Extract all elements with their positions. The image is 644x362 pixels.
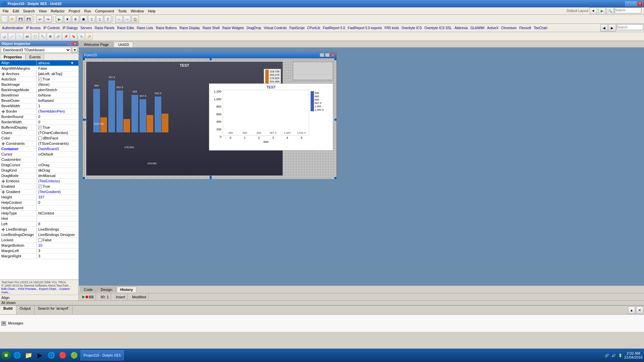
comp-tab-raizebuttons[interactable]: Raize Buttons xyxy=(155,26,178,30)
comp-tab-fastreport50exports[interactable]: FastReport 5.0 exports xyxy=(346,26,383,30)
close-button[interactable]: ✕ xyxy=(637,1,643,6)
prop-row-dragcursor[interactable]: DragCursor crDrag xyxy=(0,163,78,168)
tab-welcome-page[interactable]: Welcome Page xyxy=(79,42,113,47)
comp-tab-ipaccess[interactable]: IP Access xyxy=(24,26,42,30)
save-all-btn[interactable]: 💾 xyxy=(25,15,32,23)
prop-row-marginbottom[interactable]: MarginBottom 10 xyxy=(0,243,78,248)
out-tab-search[interactable]: Search for 'arrayof' xyxy=(35,306,72,314)
taskbar-active-app[interactable]: Project10 - Delphi XE5 xyxy=(80,350,124,360)
prop-row-helptype[interactable]: HelpType htContext xyxy=(0,211,78,216)
comp-tab-raizeedits[interactable]: Raize Edits xyxy=(116,26,136,30)
comp-tab-flexsoft[interactable]: Flexsoft xyxy=(518,26,532,30)
comp-tab-virtualcontrols[interactable]: Virtual Controls xyxy=(263,26,288,30)
prop-row-buffereddisplay[interactable]: BufferedDisplay ✓ True xyxy=(0,125,78,130)
handle-tm[interactable] xyxy=(210,58,212,60)
prop-row-dragmode[interactable]: DragMode dmManual xyxy=(0,173,78,179)
comp-prev-btn[interactable]: ◀ xyxy=(600,24,608,32)
comp-icon-5[interactable]: 📋 xyxy=(31,33,39,40)
constraints-expand[interactable]: ➕ xyxy=(1,142,5,145)
menu-run[interactable]: Run xyxy=(82,8,93,14)
menu-window[interactable]: Window xyxy=(129,8,146,14)
comp-icon-7[interactable]: ⚙ xyxy=(47,33,54,40)
prop-row-bevelinner[interactable]: BevelInner bvNone xyxy=(0,93,78,98)
anchors-expand[interactable]: ➕ xyxy=(1,72,5,76)
sel-handle-left[interactable] xyxy=(84,119,86,121)
prop-value-align[interactable]: ▼ xyxy=(37,60,78,66)
tab-design[interactable]: Design xyxy=(97,287,116,292)
comp-icon-10[interactable]: 🔖 xyxy=(70,33,77,40)
stop-btn[interactable]: ⏹ xyxy=(80,15,87,23)
tab-events[interactable]: Events xyxy=(25,54,44,60)
menu-refactor[interactable]: Refactor xyxy=(49,8,67,14)
taskbar-app1-icon[interactable]: 🔴 xyxy=(58,350,68,360)
comp-icon-2[interactable]: 📈 xyxy=(8,33,15,40)
menu-file[interactable]: File xyxy=(1,8,11,14)
tab-history[interactable]: History xyxy=(117,287,137,292)
prop-row-gradient[interactable]: ➕ Gradient (TeeGradient) xyxy=(0,189,78,195)
home-btn[interactable]: 🏠 xyxy=(131,15,139,23)
prop-row-helpkeyword[interactable]: HelpKeyword xyxy=(0,205,78,211)
prop-row-alignwithmargins[interactable]: AlignWithMargins False xyxy=(0,66,78,71)
menu-component[interactable]: Component xyxy=(93,8,116,14)
inspector-pin-btn[interactable]: 📌 xyxy=(67,42,72,46)
comp-icon-9[interactable]: 📌 xyxy=(62,33,69,40)
forward-btn[interactable]: → xyxy=(123,15,131,23)
comp-tab-raizepanels[interactable]: Raize Panels xyxy=(93,26,116,30)
comp-tab-fastreport50[interactable]: FastReport 5.0 xyxy=(322,26,346,30)
comp-tab-fastscript[interactable]: FastScript xyxy=(288,26,306,30)
tab-properties[interactable]: Properties xyxy=(0,54,25,60)
layout-dropdown-btn[interactable]: ▼ xyxy=(590,7,597,15)
prop-row-customhint[interactable]: CustomHint xyxy=(0,157,78,163)
run-btn[interactable]: ▶ xyxy=(598,7,606,15)
comp-tab-overbyteicssl[interactable]: Overbyte ICS SSL xyxy=(423,26,453,30)
comp-tab-abbrevia[interactable]: Abbrevia xyxy=(453,26,469,30)
step-over-btn[interactable]: ⤵ xyxy=(88,15,95,23)
taskbar-explorer-icon[interactable]: 📁 xyxy=(23,350,34,360)
handle-br[interactable] xyxy=(334,177,336,179)
comp-tab-dragdrop[interactable]: DragDrop xyxy=(245,26,262,30)
object-selector-dropdown[interactable]: Dashboard3 TDashboard xyxy=(1,47,71,53)
prop-row-enabled[interactable]: Enabled ✓ True xyxy=(0,184,78,189)
step-out-btn[interactable]: ⤴ xyxy=(104,15,111,23)
color-checkbox[interactable] xyxy=(38,136,42,140)
object-selector-expand-btn[interactable]: ▼ xyxy=(72,47,78,53)
handle-tl[interactable] xyxy=(83,58,85,60)
menu-edit[interactable]: Edit xyxy=(11,8,21,14)
livebindings-expand[interactable]: ➕ xyxy=(1,228,5,231)
prop-row-locked[interactable]: Locked False xyxy=(0,238,78,243)
global-search-input[interactable] xyxy=(614,7,641,13)
prop-row-backimagemode[interactable]: BackImageMode pbmStretch xyxy=(0,87,78,93)
taskbar-ie-icon[interactable]: 🌐 xyxy=(12,350,22,360)
comp-tab-servers[interactable]: Servers xyxy=(79,26,93,30)
comp-icon-6[interactable]: 🔧 xyxy=(39,33,46,40)
menu-tools[interactable]: Tools xyxy=(116,8,129,14)
prop-row-marginright[interactable]: MarginRight 3 xyxy=(0,254,78,259)
tab-code[interactable]: Code xyxy=(80,287,96,292)
handle-mr[interactable] xyxy=(334,119,336,121)
comp-icon-4[interactable]: 🗃 xyxy=(23,33,31,40)
prop-row-color[interactable]: Color dBtnFace xyxy=(0,136,78,141)
locked-checkbox[interactable] xyxy=(38,238,42,242)
comp-icon-12[interactable]: 🔑 xyxy=(85,33,93,40)
maximize-button[interactable]: □ xyxy=(631,1,637,6)
comp-icon-8[interactable]: 🔗 xyxy=(54,33,62,40)
prop-row-anchors[interactable]: ➕ Anchors [akLeft, akTop] xyxy=(0,71,78,77)
prop-row-constraints[interactable]: ➕ Constraints (TSizeConstraints) xyxy=(0,141,78,146)
gradient-expand[interactable]: ➕ xyxy=(1,190,5,194)
comp-icon-11[interactable]: 📎 xyxy=(77,33,85,40)
prop-row-height[interactable]: Height 337 xyxy=(0,195,78,200)
prop-row-charts[interactable]: Charts (TChartCollection) xyxy=(0,130,78,136)
border-expand[interactable]: ➕ xyxy=(1,110,5,113)
emboss-expand[interactable]: ➕ xyxy=(1,180,5,183)
prop-row-borderround[interactable]: BorderRound 0 xyxy=(0,114,78,120)
comp-tab-chromium[interactable]: Chromium xyxy=(500,26,518,30)
output-close-btn[interactable]: ✕ xyxy=(636,306,643,314)
prop-row-align[interactable]: Align ▼ xyxy=(0,60,78,66)
start-button[interactable]: ⊞ xyxy=(1,351,11,359)
comp-tab-raizeshell[interactable]: Raize Shell xyxy=(201,26,221,30)
menu-project[interactable]: Project xyxy=(67,8,82,14)
tab-unit10[interactable]: Unit10 xyxy=(114,42,133,47)
prop-row-hint[interactable]: Hint xyxy=(0,216,78,222)
comp-tab-overbyteics[interactable]: Overbyte ICS xyxy=(400,26,423,30)
prop-row-livebindings[interactable]: ➕ LiveBindings LiveBindings xyxy=(0,227,78,232)
